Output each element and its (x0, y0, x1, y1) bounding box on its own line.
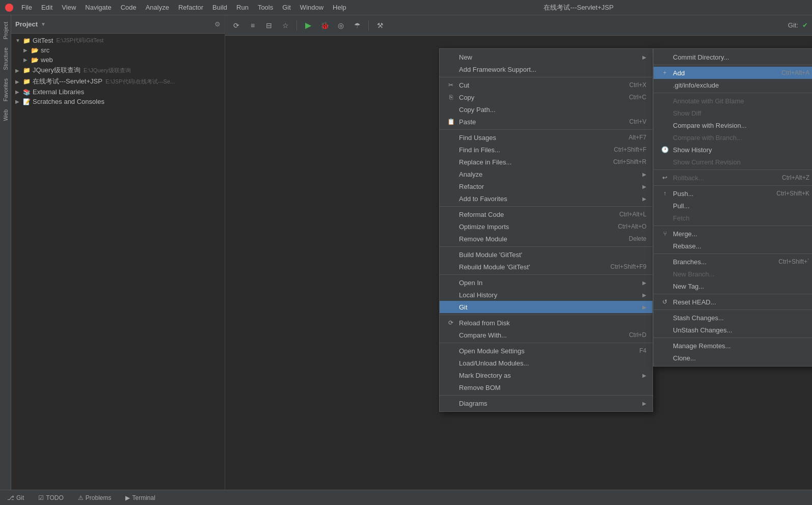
ctx-sep (440, 343, 653, 343)
ctx-new[interactable]: New ▶ (440, 51, 653, 63)
ctx-add-favorites[interactable]: Add to Favorites ▶ (440, 192, 653, 205)
tree-item-web[interactable]: ▶ 📂 web (11, 55, 225, 65)
tree-item-scratches[interactable]: ▶ 📝 Scratches and Consoles (11, 97, 225, 106)
ctx-refactor[interactable]: Refactor ▶ (440, 180, 653, 192)
ctx-mark-dir[interactable]: Mark Directory as ▶ (440, 369, 653, 381)
git-manage-remotes[interactable]: Manage Remotes... (654, 340, 812, 352)
git-annotate: Annotate with Git Blame (654, 95, 812, 107)
menu-git[interactable]: Git (278, 3, 295, 12)
ctx-analyze[interactable]: Analyze ▶ (440, 168, 653, 180)
gear-icon[interactable]: ⚙ (214, 20, 221, 28)
git-rebase[interactable]: Rebase... (654, 240, 812, 252)
menu-code[interactable]: Code (117, 3, 141, 12)
ctx-open-in[interactable]: Open In ▶ (440, 276, 653, 289)
git-commit-dir[interactable]: Commit Directory... (654, 51, 812, 63)
git-sep (654, 65, 812, 65)
git-label: Show Current Revision (673, 158, 809, 166)
merge-icon: ⑂ (660, 230, 670, 238)
tree-item-external-libs[interactable]: ▶ 📚 External Libraries (11, 87, 225, 97)
rebuild-icon (446, 263, 456, 271)
extlib-icon: 📚 (22, 89, 31, 96)
ctx-add-framework[interactable]: Add Framework Support... (440, 63, 653, 75)
ctx-open-module-settings[interactable]: Open Module Settings F4 (440, 345, 653, 357)
menu-navigate[interactable]: Navigate (81, 3, 115, 12)
project-dropdown-icon[interactable]: ▼ (41, 21, 46, 27)
copy-path-icon (446, 105, 456, 114)
undo-icon: ↩ (660, 174, 670, 182)
favorites-tab[interactable]: Favorites (1, 74, 10, 105)
ctx-copy[interactable]: ⎘ Copy Ctrl+C (440, 91, 653, 103)
bottom-tab-terminal[interactable]: ▶ Terminal (122, 493, 158, 502)
tree-item-src[interactable]: ▶ 📂 src (11, 45, 225, 55)
toolbar-btn-4[interactable]: ☆ (278, 18, 292, 33)
ctx-find-usages[interactable]: Find Usages Alt+F7 (440, 131, 653, 144)
git-stash[interactable]: Stash Changes... (654, 312, 812, 324)
git-pull[interactable]: Pull... (654, 200, 812, 212)
ctx-reload[interactable]: ⟳ Reload from Disk (440, 317, 653, 329)
profile-button[interactable]: ◎ (334, 18, 348, 33)
ctx-remove-bom[interactable]: Remove BOM (440, 381, 653, 394)
bottom-tab-problems[interactable]: ⚠ Problems (75, 493, 115, 502)
tree-item-gittest[interactable]: ▼ 📁 GitTest E:\JSP代码\GitTest (11, 36, 225, 45)
git-unstash[interactable]: UnStash Changes... (654, 324, 812, 336)
ctx-label: Cut (459, 81, 621, 89)
stash-icon (660, 314, 670, 322)
toolbar-btn-3[interactable]: ⊟ (262, 18, 276, 33)
git-merge[interactable]: ⑂ Merge... (654, 228, 812, 240)
run-button[interactable]: ▶ (301, 18, 315, 33)
folder-icon: 📂 (31, 57, 39, 64)
git-info-exclude[interactable]: .git/info/exclude (654, 79, 812, 91)
web-tab[interactable]: Web (1, 105, 10, 125)
menu-analyze[interactable]: Analyze (142, 3, 173, 12)
ctx-load-modules[interactable]: Load/Unload Modules... (440, 357, 653, 369)
debug-button[interactable]: 🐞 (317, 18, 332, 33)
ctx-find-files[interactable]: Find in Files... Ctrl+Shift+F (440, 144, 653, 156)
menu-edit[interactable]: Edit (37, 3, 57, 12)
git-new-tag[interactable]: New Tag... (654, 280, 812, 292)
ctx-sep (440, 395, 653, 396)
menu-help[interactable]: Help (329, 3, 350, 12)
coverage-button[interactable]: ☂ (350, 18, 364, 33)
ctx-paste[interactable]: 📋 Paste Ctrl+V (440, 116, 653, 128)
menu-file[interactable]: File (17, 3, 36, 12)
tree-detail: E:\JSP代码\GitTest (56, 37, 103, 44)
ctx-git[interactable]: Git ▶ (440, 301, 653, 313)
menu-refactor[interactable]: Refactor (174, 3, 207, 12)
ctx-remove-module[interactable]: Remove Module Delete (440, 233, 653, 245)
menu-build[interactable]: Build (208, 3, 231, 12)
ctx-replace-files[interactable]: Replace in Files... Ctrl+Shift+R (440, 156, 653, 168)
menu-tools[interactable]: Tools (254, 3, 277, 12)
ctx-copy-path[interactable]: Copy Path... (440, 103, 653, 116)
git-push[interactable]: ↑ Push... Ctrl+Shift+K (654, 187, 812, 200)
folder-icon: 📁 (22, 37, 31, 44)
git-reset-head[interactable]: ↺ Reset HEAD... (654, 296, 812, 308)
ctx-diagrams[interactable]: Diagrams ▶ (440, 397, 653, 409)
ctx-compare-with[interactable]: Compare With... Ctrl+D (440, 329, 653, 341)
bottom-tab-git[interactable]: ⎇ Git (4, 493, 27, 502)
git-clone[interactable]: Clone... (654, 352, 812, 364)
menu-view[interactable]: View (58, 3, 80, 12)
structure-tab[interactable]: Structure (1, 43, 10, 74)
build-button[interactable]: ⚒ (373, 18, 387, 33)
toolbar-btn-2[interactable]: ≡ (246, 18, 260, 33)
ctx-build-module[interactable]: Build Module 'GitTest' (440, 248, 653, 261)
project-tab[interactable]: Project (1, 18, 10, 43)
ctx-local-history[interactable]: Local History ▶ (440, 289, 653, 301)
ctx-cut[interactable]: ✂ Cut Ctrl+X (440, 79, 653, 91)
git-show-history[interactable]: 🕐 Show History (654, 144, 812, 156)
ctx-optimize[interactable]: Optimize Imports Ctrl+Alt+O (440, 220, 653, 233)
bottom-tab-todo[interactable]: ☑ TODO (35, 493, 66, 502)
ctx-reformat[interactable]: Reformat Code Ctrl+Alt+L (440, 208, 653, 220)
menu-run[interactable]: Run (232, 3, 253, 12)
todo-tab-label: TODO (46, 494, 63, 501)
git-compare-revision[interactable]: Compare with Revision... (654, 119, 812, 131)
ctx-rebuild-module[interactable]: Rebuild Module 'GitTest' Ctrl+Shift+F9 (440, 261, 653, 273)
folder-icon: 📁 (22, 78, 31, 85)
tree-item-exam[interactable]: ▶ 📁 在线考试---Servlet+JSP E:\JSP代码\在线考试---S… (11, 76, 225, 87)
menu-window[interactable]: Window (296, 3, 328, 12)
git-branches[interactable]: Branches... Ctrl+Shift+` (654, 256, 812, 268)
git-add[interactable]: + Add Ctrl+Alt+A (654, 67, 812, 79)
git-icon (446, 303, 456, 311)
tree-item-jquery[interactable]: ▶ 📁 JQuery级联查询 E:\JQuery级联查询 (11, 65, 225, 76)
toolbar-btn-1[interactable]: ⟳ (229, 18, 243, 33)
